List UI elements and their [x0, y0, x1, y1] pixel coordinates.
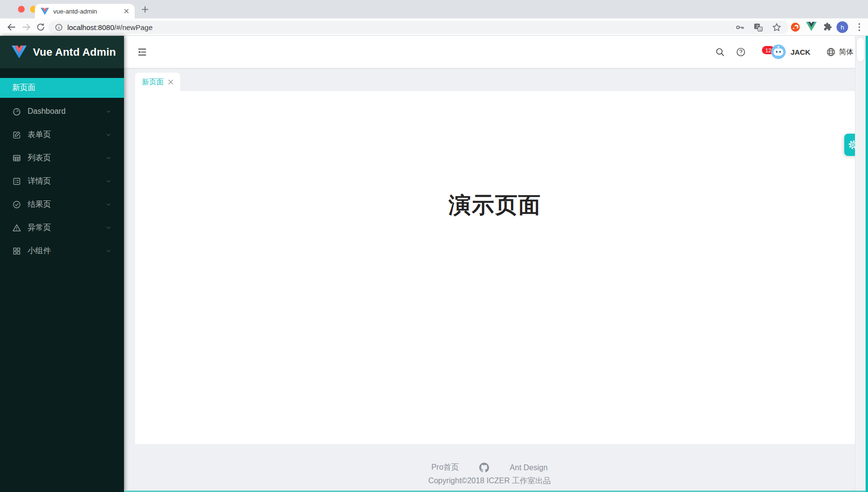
profile-icon	[12, 177, 21, 186]
chevron-down-icon	[106, 201, 111, 207]
url-text[interactable]: localhost:8080/#/newPage	[67, 23, 153, 31]
app-title: Vue Antd Admin	[33, 46, 116, 59]
vue-favicon-icon	[41, 8, 49, 15]
extension-vue-devtools-icon[interactable]	[806, 22, 817, 32]
content-card: 演示页面	[135, 91, 855, 444]
sidebar-item-results[interactable]: 结果页	[0, 195, 124, 214]
browser-profile-avatar[interactable]: h	[837, 21, 848, 33]
footer-link-antd[interactable]: Ant Design	[510, 463, 547, 472]
sidebar: Vue Antd Admin 新页面 Dashboard	[0, 36, 124, 492]
globe-icon	[826, 47, 836, 57]
sidebar-item-lists[interactable]: 列表页	[0, 148, 124, 168]
sidebar-item-widgets[interactable]: 小组件	[0, 241, 124, 261]
bookmark-star-icon[interactable]	[772, 22, 782, 32]
translate-icon[interactable]: 文G	[753, 22, 763, 32]
menu-fold-icon[interactable]	[137, 47, 147, 57]
page-title: 演示页面	[135, 190, 855, 220]
footer-link-pro[interactable]: Pro首页	[431, 462, 459, 473]
password-key-icon[interactable]	[735, 22, 745, 32]
github-icon[interactable]	[479, 462, 489, 473]
header-actions: 12 JACK 简体	[715, 45, 853, 59]
browser-toolbar: localhost:8080/#/newPage 文G h	[0, 18, 868, 36]
svg-text:G: G	[759, 28, 761, 31]
app: Vue Antd Admin 新页面 Dashboard	[0, 36, 868, 492]
page-tabbar: 新页面	[135, 73, 180, 91]
sidebar-item-dashboard[interactable]: Dashboard	[0, 102, 124, 121]
close-window-button[interactable]	[18, 6, 25, 13]
sidebar-item-details[interactable]: 详情页	[0, 171, 124, 191]
extension-orange-icon[interactable]	[790, 22, 801, 32]
sidebar-menu: 新页面 Dashboard 表单页	[0, 78, 124, 261]
user-avatar[interactable]	[771, 45, 786, 59]
browser-tab-title: vue-antd-admin	[53, 8, 124, 15]
back-icon[interactable]	[6, 22, 17, 32]
chevron-down-icon	[106, 248, 111, 254]
chevron-down-icon	[106, 225, 111, 231]
sidebar-item-forms[interactable]: 表单页	[0, 125, 124, 144]
sidebar-item-label: Dashboard	[28, 107, 65, 116]
scrollbar-thumb[interactable]	[856, 37, 865, 62]
help-icon[interactable]	[736, 47, 746, 57]
app-header: 12 JACK 简体	[124, 36, 868, 68]
page-tab-label: 新页面	[142, 77, 164, 87]
sidebar-item-label: 新页面	[12, 83, 35, 93]
page-scrollbar[interactable]	[855, 36, 866, 492]
app-footer: Pro首页 Ant Design Copyright©2018 ICZER 工作…	[124, 462, 855, 486]
browser-menu-icon[interactable]	[854, 22, 865, 32]
url-path: /#/newPage	[114, 23, 153, 31]
language-switcher[interactable]: 简体	[826, 47, 853, 57]
forward-icon[interactable]	[21, 22, 31, 32]
page-tab-active[interactable]: 新页面	[135, 73, 180, 91]
tab-close-icon[interactable]	[124, 9, 129, 14]
chevron-down-icon	[106, 155, 111, 161]
username[interactable]: JACK	[790, 48, 810, 56]
chevron-down-icon	[106, 108, 111, 114]
screen: vue-antd-admin localhost:8080/#/newPage	[0, 0, 868, 492]
dashboard-icon	[12, 107, 21, 116]
url-host: localhost:8080	[67, 23, 114, 31]
sidebar-item-new-page[interactable]: 新页面	[0, 78, 124, 98]
sidebar-item-label: 结果页	[28, 200, 51, 210]
copyright: Copyright©2018 ICZER 工作室出品	[124, 476, 855, 486]
chevron-down-icon	[106, 178, 111, 184]
chevron-down-icon	[106, 132, 111, 138]
browser-tabstrip: vue-antd-admin	[0, 0, 868, 18]
warning-icon	[12, 223, 21, 232]
extensions-puzzle-icon[interactable]	[822, 22, 833, 32]
vue-logo-icon	[12, 46, 27, 59]
sidebar-item-label: 表单页	[28, 130, 51, 140]
footer-links: Pro首页 Ant Design	[124, 462, 855, 473]
sidebar-item-label: 详情页	[28, 176, 51, 186]
appstore-icon	[12, 246, 21, 256]
browser-tab[interactable]: vue-antd-admin	[35, 4, 135, 18]
language-label: 简体	[839, 47, 853, 57]
site-info-icon[interactable]	[55, 23, 63, 31]
sidebar-item-label: 列表页	[28, 153, 51, 163]
check-circle-icon	[12, 200, 21, 209]
sidebar-item-exceptions[interactable]: 异常页	[0, 218, 124, 237]
sidebar-item-label: 异常页	[28, 223, 51, 233]
form-icon	[12, 130, 21, 139]
reload-icon[interactable]	[35, 22, 46, 32]
search-icon[interactable]	[715, 47, 725, 57]
right-accent-edge	[866, 36, 868, 492]
new-tab-button[interactable]	[141, 6, 149, 13]
main-area: 12 JACK 简体	[124, 36, 868, 492]
sidebar-item-label: 小组件	[28, 246, 51, 256]
table-icon	[12, 154, 21, 163]
tab-close-icon[interactable]	[168, 79, 173, 85]
address-bar[interactable]: localhost:8080/#/newPage 文G	[48, 21, 788, 34]
logo[interactable]: Vue Antd Admin	[0, 36, 124, 68]
